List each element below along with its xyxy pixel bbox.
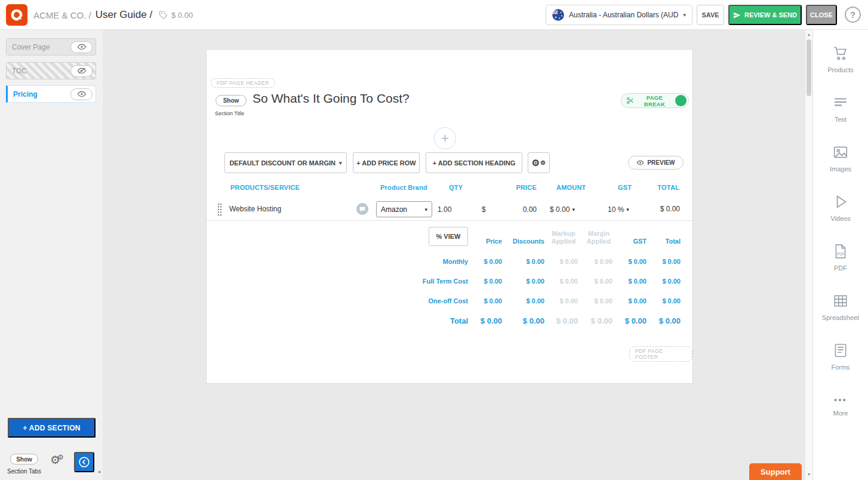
app-logo bbox=[6, 4, 27, 26]
support-button[interactable]: Support bbox=[749, 463, 802, 480]
sidebar-item-label: Cover Page bbox=[12, 43, 70, 51]
add-price-row-button[interactable]: + ADD PRICE ROW bbox=[353, 152, 420, 173]
eye-icon bbox=[636, 160, 644, 165]
preview-label: PREVIEW bbox=[647, 159, 675, 166]
amount-dropdown[interactable]: $ 0.00 ▾ bbox=[550, 205, 575, 214]
scrollbar-thumb[interactable] bbox=[807, 39, 811, 96]
default-discount-dropdown[interactable]: DEFAULT DISCOUNT OR MARGIN ▾ bbox=[224, 152, 347, 173]
palette-item-label: More bbox=[833, 410, 848, 417]
visibility-toggle[interactable] bbox=[70, 41, 93, 53]
palette-item-videos[interactable]: Videos bbox=[813, 183, 868, 233]
editor-canvas: PDF PAGE HEADER Show Section Title So Wh… bbox=[103, 30, 805, 480]
sidebar-item-label: TOC bbox=[12, 67, 70, 75]
product-brand-select[interactable]: Amazon ▾ bbox=[376, 201, 432, 217]
section-tabs-show-toggle[interactable]: Show bbox=[10, 454, 38, 464]
chevron-down-icon: ▾ bbox=[424, 207, 427, 213]
col-header-gst: GST bbox=[618, 184, 632, 191]
text-lines-icon bbox=[833, 95, 848, 110]
section-title-caption: Section Title bbox=[215, 110, 244, 116]
scroll-down-arrow[interactable]: ▼ bbox=[805, 472, 812, 476]
quote-total: $ 0.00 bbox=[159, 0, 193, 30]
review-send-button[interactable]: REVIEW & SEND bbox=[728, 5, 802, 25]
summary-row-label: Total bbox=[386, 316, 468, 325]
help-button[interactable]: ? bbox=[845, 7, 861, 23]
scroll-up-arrow[interactable]: ▲ bbox=[805, 32, 812, 36]
save-button[interactable]: SAVE bbox=[697, 5, 724, 25]
image-icon bbox=[833, 144, 848, 160]
page-break-toggle[interactable]: PAGE BREAK bbox=[621, 93, 689, 108]
top-bar: ACME & CO. / User Guide / $ 0.00 bbox=[0, 0, 868, 30]
col-header-products-service: PRODUCTS/SERVICE bbox=[230, 184, 300, 191]
breadcrumb: ACME & CO. / User Guide / bbox=[33, 0, 152, 30]
form-doc-icon bbox=[833, 343, 848, 358]
summary-value: $ 0.00 bbox=[645, 278, 681, 285]
pdf-page-footer-button[interactable]: PDF PAGE FOOTER bbox=[629, 346, 692, 362]
palette-item-images[interactable]: Images bbox=[813, 134, 868, 183]
sidebar-settings-button[interactable]: ⚙⚙ bbox=[50, 453, 64, 467]
summary-col-price: Price bbox=[466, 238, 502, 245]
summary-col-total: Total bbox=[645, 238, 681, 245]
australia-flag-icon bbox=[552, 9, 564, 21]
palette-item-label: Images bbox=[830, 165, 851, 173]
eye-slash-icon bbox=[77, 67, 87, 74]
percent-view-button[interactable]: % VIEW bbox=[429, 227, 468, 246]
product-name-field[interactable]: Website Hosting bbox=[229, 205, 281, 213]
sidebar-item-cover-page[interactable]: Cover Page bbox=[6, 38, 96, 56]
chevron-down-icon: ▾ bbox=[572, 207, 575, 213]
palette-item-pdf[interactable]: PDF PDF bbox=[813, 233, 868, 282]
gear-icon: ⚙ bbox=[532, 158, 540, 168]
gst-value: 10 % bbox=[608, 205, 624, 214]
content-palette: Products Text Images Videos bbox=[812, 30, 868, 480]
summary-value: $ 0.00 bbox=[509, 278, 544, 285]
visibility-toggle[interactable] bbox=[70, 88, 93, 100]
quote-total-value: $ 0.00 bbox=[171, 11, 193, 20]
preview-button[interactable]: PREVIEW bbox=[628, 156, 684, 170]
gst-dropdown[interactable]: 10 % ▾ bbox=[608, 205, 629, 214]
col-header-amount: AMOUNT bbox=[556, 184, 586, 191]
sidebar-item-pricing[interactable]: Pricing bbox=[6, 85, 96, 103]
price-field[interactable]: 0.00 bbox=[508, 205, 537, 214]
col-header-qty: QTY bbox=[449, 184, 463, 191]
drag-handle[interactable] bbox=[216, 202, 223, 218]
summary-value: $ 0.00 bbox=[509, 297, 544, 304]
summary-value: $ 0.00 bbox=[466, 258, 502, 265]
qty-field[interactable]: 1.00 bbox=[438, 205, 451, 214]
palette-item-forms[interactable]: Forms bbox=[813, 332, 868, 381]
comment-bubble-icon[interactable] bbox=[356, 203, 368, 215]
visibility-toggle[interactable] bbox=[70, 65, 93, 77]
palette-item-products[interactable]: Products bbox=[813, 35, 868, 84]
palette-item-text[interactable]: Text bbox=[813, 84, 868, 134]
sidebar-item-toc[interactable]: TOC bbox=[6, 62, 96, 79]
palette-item-label: Spreadsheet bbox=[822, 314, 859, 321]
add-section-heading-button[interactable]: + ADD SECTION HEADING bbox=[426, 152, 522, 173]
section-title-show-toggle[interactable]: Show bbox=[216, 95, 247, 106]
app-root: ACME & CO. / User Guide / $ 0.00 bbox=[0, 0, 868, 480]
collapse-arrow-icon bbox=[78, 456, 91, 469]
section-title[interactable]: So What's It Going To Cost? bbox=[253, 91, 410, 106]
collapse-sidebar-button[interactable] bbox=[74, 452, 94, 472]
default-discount-label: DEFAULT DISCOUNT OR MARGIN bbox=[229, 159, 335, 167]
summary-value: $ 0.00 bbox=[577, 316, 612, 325]
send-plane-icon bbox=[733, 11, 741, 19]
palette-item-spreadsheet[interactable]: Spreadsheet bbox=[813, 282, 868, 332]
breadcrumb-company[interactable]: ACME & CO. / bbox=[33, 10, 91, 20]
currency-selector[interactable]: Australia - Australian Dollars (AUD) ▾ bbox=[546, 5, 692, 25]
cart-icon bbox=[833, 45, 848, 61]
scroll-left-arrow[interactable]: ◄ bbox=[97, 469, 101, 475]
eye-icon bbox=[77, 44, 87, 50]
price-table-settings-button[interactable]: ⚙⚙ bbox=[528, 152, 550, 173]
summary-value: $ 0.00 bbox=[611, 297, 647, 304]
add-content-button[interactable]: + bbox=[434, 127, 456, 149]
close-button[interactable]: CLOSE bbox=[806, 5, 837, 25]
vertical-scrollbar[interactable]: ▲ ▼ bbox=[805, 30, 812, 480]
add-section-button[interactable]: + ADD SECTION bbox=[8, 418, 96, 438]
pdf-page-header-button[interactable]: PDF PAGE HEADER bbox=[211, 78, 275, 88]
breadcrumb-page[interactable]: User Guide / bbox=[96, 9, 152, 21]
summary-value: $ 0.00 bbox=[611, 316, 647, 325]
summary-value: $ 0.00 bbox=[466, 297, 502, 304]
section-sidebar: Cover Page TOC Pricing bbox=[0, 30, 103, 480]
summary-value: $ 0.00 bbox=[542, 316, 578, 325]
summary-col-markup-applied: Markup Applied bbox=[548, 230, 579, 245]
summary-value: $ 0.00 bbox=[577, 297, 612, 304]
palette-item-more[interactable]: ••• More bbox=[813, 381, 868, 431]
